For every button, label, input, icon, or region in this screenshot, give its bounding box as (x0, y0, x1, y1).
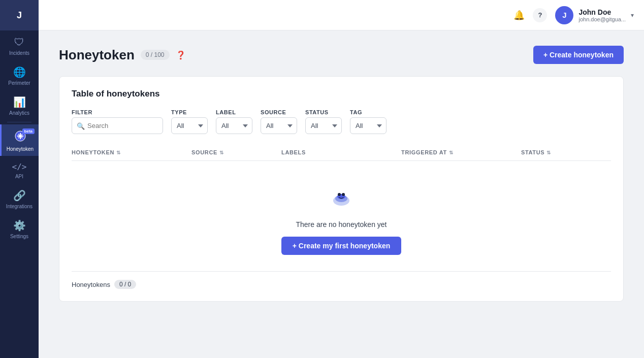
empty-state-text: There are no honeytoken yet (296, 220, 387, 229)
sidebar-item-incidents[interactable]: 🛡 Incidents (0, 30, 39, 60)
sidebar-item-label: Incidents (9, 50, 29, 56)
sidebar-item-label: Integrations (6, 204, 33, 209)
sidebar-item-perimeter[interactable]: 🌐 Perimeter (0, 60, 39, 90)
avatar: J (555, 6, 573, 24)
footer-label: Honeytokens (72, 281, 110, 288)
sidebar-item-label: Analytics (9, 110, 29, 116)
card-title: Table of honeytokens (72, 89, 611, 99)
search-input[interactable] (72, 117, 163, 134)
sidebar-item-integrations[interactable]: 🔗 Integrations (0, 183, 39, 213)
notification-icon[interactable]: 🔔 (513, 10, 525, 21)
sort-icon: ⇅ (546, 150, 551, 155)
gear-icon: ⚙️ (13, 219, 26, 232)
page-content: Honeytoken 0 / 100 ❓ + Create honeytoken… (39, 30, 644, 358)
svg-point-9 (342, 193, 345, 196)
globe-icon: 🌐 (13, 66, 26, 78)
user-name: John Doe (578, 8, 626, 16)
sidebar-item-settings[interactable]: ⚙️ Settings (0, 213, 39, 243)
api-icon: </> (12, 162, 27, 172)
sidebar-item-analytics[interactable]: 📊 Analytics (0, 90, 39, 120)
sidebar-item-label: API (15, 174, 23, 179)
main-content: 🔔 ? J John Doe john.doe@gitgua... ▾ Hone… (39, 0, 644, 358)
honeytokens-card: Table of honeytokens FILTER 🔍 TYPE All (59, 76, 624, 302)
search-input-wrap: 🔍 (72, 117, 163, 134)
sort-icon: ⇅ (219, 150, 224, 155)
th-triggered-at[interactable]: TRIGGERED AT ⇅ (401, 149, 521, 155)
chart-icon: 📊 (13, 96, 26, 108)
status-filter-label: STATUS (305, 109, 342, 115)
topbar: 🔔 ? J John Doe john.doe@gitgua... ▾ (39, 0, 644, 30)
sidebar-item-api[interactable]: </> API (0, 156, 39, 183)
empty-state-icon (329, 185, 353, 214)
user-menu[interactable]: J John Doe john.doe@gitgua... ▾ (555, 6, 634, 24)
empty-state: There are no honeytoken yet + Create my … (72, 161, 611, 271)
user-text: John Doe john.doe@gitgua... (578, 8, 626, 22)
sidebar-item-honeytoken[interactable]: beta Honeytoken (0, 124, 39, 156)
source-filter-select[interactable]: All (261, 117, 297, 134)
sidebar-item-label: Honeytoken (7, 146, 34, 152)
integrations-icon: 🔗 (13, 189, 26, 202)
footer-count: 0 / 0 (114, 280, 136, 289)
create-first-honeytoken-button[interactable]: + Create my first honeytoken (281, 237, 402, 255)
source-filter-label: SOURCE (261, 109, 297, 115)
beta-badge: beta (22, 128, 35, 134)
filter-group-type: TYPE All (171, 109, 208, 134)
type-filter-label: TYPE (171, 109, 208, 115)
sidebar-divider (7, 122, 31, 122)
tag-filter-select[interactable]: All (350, 117, 387, 134)
table-footer: Honeytokens 0 / 0 (72, 271, 611, 289)
filters-row: FILTER 🔍 TYPE All LABEL All (72, 109, 611, 134)
table-header: HONEYTOKEN ⇅ SOURCE ⇅ LABELS TRIGGERED A… (72, 144, 611, 161)
filter-group-tag: TAG All (350, 109, 387, 134)
svg-point-8 (338, 193, 341, 196)
sort-icon: ⇅ (116, 150, 121, 155)
status-filter-select[interactable]: All (305, 117, 342, 134)
filter-group-source: SOURCE All (261, 109, 297, 134)
sidebar: J 🛡 Incidents 🌐 Perimeter 📊 Analytics be… (0, 0, 39, 358)
user-email: john.doe@gitgua... (578, 16, 626, 22)
th-status[interactable]: STATUS ⇅ (521, 149, 611, 155)
shield-icon: 🛡 (14, 37, 24, 48)
label-filter-label: LABEL (216, 109, 252, 115)
th-source[interactable]: SOURCE ⇅ (191, 149, 281, 155)
page-count-badge: 0 / 100 (141, 50, 170, 60)
th-labels: LABELS (281, 149, 401, 155)
filter-group-search: FILTER 🔍 (72, 109, 163, 134)
page-title-row: Honeytoken 0 / 100 ❓ (59, 47, 186, 63)
page-title: Honeytoken (59, 47, 135, 63)
filter-group-label: LABEL All (216, 109, 252, 134)
filter-group-status: STATUS All (305, 109, 342, 134)
search-icon: 🔍 (77, 122, 85, 129)
th-honeytoken[interactable]: HONEYTOKEN ⇅ (72, 149, 191, 155)
sidebar-item-label: Settings (10, 234, 28, 239)
filter-label: FILTER (72, 109, 163, 115)
sidebar-logo: J (0, 0, 39, 30)
help-icon[interactable]: ? (533, 8, 547, 22)
label-filter-select[interactable]: All (216, 117, 252, 134)
type-filter-select[interactable]: All (171, 117, 208, 134)
create-honeytoken-button[interactable]: + Create honeytoken (533, 46, 624, 64)
sort-icon: ⇅ (449, 150, 454, 155)
tag-filter-label: TAG (350, 109, 387, 115)
sidebar-item-label: Perimeter (8, 80, 30, 86)
help-circle-icon[interactable]: ❓ (176, 50, 186, 60)
page-header: Honeytoken 0 / 100 ❓ + Create honeytoken (59, 46, 624, 64)
chevron-down-icon: ▾ (631, 12, 634, 19)
